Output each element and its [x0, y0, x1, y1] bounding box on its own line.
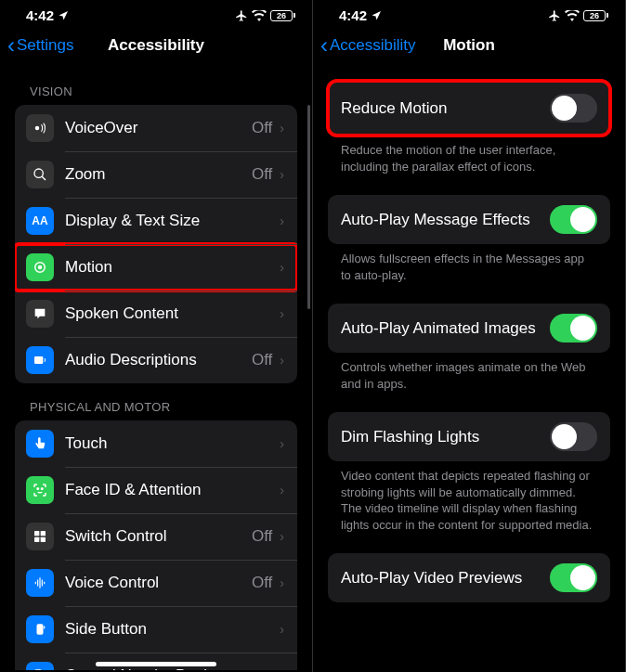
setting-label: Reduce Motion [341, 99, 447, 118]
chevron-right-icon: › [280, 213, 284, 228]
row-label: Motion [65, 258, 280, 277]
setting-auto-video-previews[interactable]: Auto-Play Video Previews [328, 553, 610, 602]
svg-point-0 [35, 126, 40, 131]
touch-icon [26, 430, 54, 458]
chevron-right-icon: › [280, 121, 284, 136]
row-side-button[interactable]: Side Button › [15, 606, 297, 653]
chevron-right-icon: › [280, 260, 284, 275]
chevron-right-icon: › [280, 622, 284, 637]
row-label: Voice Control [65, 574, 252, 592]
chevron-right-icon: › [280, 167, 284, 182]
chevron-right-icon: › [280, 353, 284, 368]
row-label: Touch [65, 434, 280, 453]
motion-icon [26, 253, 54, 281]
chevron-right-icon: › [280, 306, 284, 321]
wifi-icon [252, 10, 267, 21]
toggle-auto-message-effects[interactable] [550, 205, 597, 234]
chevron-left-icon: ‹ [320, 34, 328, 57]
home-indicator[interactable] [96, 662, 216, 666]
battery-icon: 26 [270, 10, 295, 21]
spoken-content-icon [26, 300, 54, 328]
status-time: 4:42 [26, 7, 54, 23]
svg-rect-9 [34, 537, 39, 542]
setting-auto-animated-images[interactable]: Auto-Play Animated Images [328, 304, 610, 353]
svg-point-1 [34, 169, 43, 177]
row-label: Side Button [65, 620, 280, 639]
page-title: Motion [443, 36, 495, 55]
nav-bar: ‹ Accessibility Motion [313, 27, 625, 68]
chevron-right-icon: › [280, 575, 284, 590]
row-value: Off [252, 119, 272, 137]
setting-label: Auto-Play Message Effects [341, 211, 530, 229]
faceid-icon [26, 476, 54, 504]
svg-point-6 [42, 488, 44, 490]
nav-bar: ‹ Settings Accessibility [0, 27, 312, 68]
voice-control-icon [26, 569, 54, 597]
svg-rect-8 [41, 531, 46, 536]
svg-rect-11 [37, 624, 44, 635]
setting-desc: Video content that depicts repeated flas… [328, 461, 610, 533]
row-faceid[interactable]: Face ID & Attention › [15, 467, 297, 513]
section-header-physical: PHYSICAL AND MOTOR [15, 383, 297, 420]
scroll-indicator[interactable] [307, 105, 310, 309]
setting-auto-message-effects[interactable]: Auto-Play Message Effects [328, 195, 610, 244]
airplane-icon [548, 9, 561, 22]
chevron-right-icon: › [280, 668, 284, 670]
row-value: Off [252, 574, 272, 592]
vision-group: VoiceOver Off › Zoom Off › AA Display & … [15, 105, 297, 383]
location-icon [58, 10, 69, 21]
row-value: Off [252, 165, 272, 184]
row-motion[interactable]: Motion › [15, 244, 297, 291]
nearby-devices-icon [26, 662, 54, 670]
row-label: Switch Control [65, 527, 252, 546]
row-voice-control[interactable]: Voice Control Off › [15, 560, 297, 606]
row-audio-descriptions[interactable]: Audio Descriptions Off › [15, 337, 297, 383]
row-label: VoiceOver [65, 119, 252, 137]
back-button[interactable]: ‹ Settings [7, 34, 73, 57]
battery-icon: 26 [583, 10, 608, 21]
setting-desc: Controls whether images animate on the W… [328, 353, 610, 392]
motion-screen: 4:42 26 ‹ Accessibility Motion [313, 0, 626, 672]
row-label: Face ID & Attention [65, 481, 280, 499]
setting-label: Dim Flashing Lights [341, 428, 479, 446]
chevron-right-icon: › [280, 483, 284, 498]
row-spoken-content[interactable]: Spoken Content › [15, 291, 297, 337]
setting-reduce-motion[interactable]: Reduce Motion [328, 81, 610, 136]
row-value: Off [252, 527, 272, 546]
text-size-icon: AA [26, 207, 54, 235]
toggle-auto-animated-images[interactable] [550, 314, 597, 342]
setting-label: Auto-Play Video Previews [341, 569, 522, 588]
accessibility-screen: 4:42 26 ‹ Settings Accessibility VIS [0, 0, 313, 672]
setting-desc: Allows fullscreen effects in the Message… [328, 244, 610, 283]
svg-point-5 [37, 488, 39, 490]
toggle-auto-video-previews[interactable] [550, 563, 597, 592]
svg-rect-12 [44, 627, 45, 629]
toggle-dim-flashing-lights[interactable] [550, 422, 597, 451]
audio-desc-icon [26, 346, 54, 374]
row-voiceover[interactable]: VoiceOver Off › [15, 105, 297, 151]
setting-label: Auto-Play Animated Images [341, 319, 536, 338]
chevron-right-icon: › [280, 436, 284, 451]
row-switch-control[interactable]: Switch Control Off › [15, 513, 297, 560]
row-label: Control Nearby Devices [65, 666, 280, 670]
side-button-icon [26, 615, 54, 643]
back-label: Settings [17, 36, 73, 55]
row-value: Off [252, 351, 272, 369]
row-label: Audio Descriptions [65, 351, 252, 369]
svg-rect-7 [34, 531, 39, 536]
row-zoom[interactable]: Zoom Off › [15, 151, 297, 198]
section-header-vision: VISION [15, 68, 297, 105]
back-button[interactable]: ‹ Accessibility [320, 34, 416, 57]
row-touch[interactable]: Touch › [15, 420, 297, 467]
setting-desc: Reduce the motion of the user interface,… [328, 136, 610, 174]
voiceover-icon [26, 114, 54, 142]
switch-control-icon [26, 523, 54, 550]
row-label: Zoom [65, 165, 252, 184]
row-display-text[interactable]: AA Display & Text Size › [15, 198, 297, 244]
status-time: 4:42 [339, 7, 367, 23]
airplane-icon [235, 9, 248, 22]
row-label: Spoken Content [65, 304, 280, 323]
toggle-reduce-motion[interactable] [550, 94, 597, 123]
setting-dim-flashing-lights[interactable]: Dim Flashing Lights [328, 412, 610, 461]
wifi-icon [565, 10, 580, 21]
